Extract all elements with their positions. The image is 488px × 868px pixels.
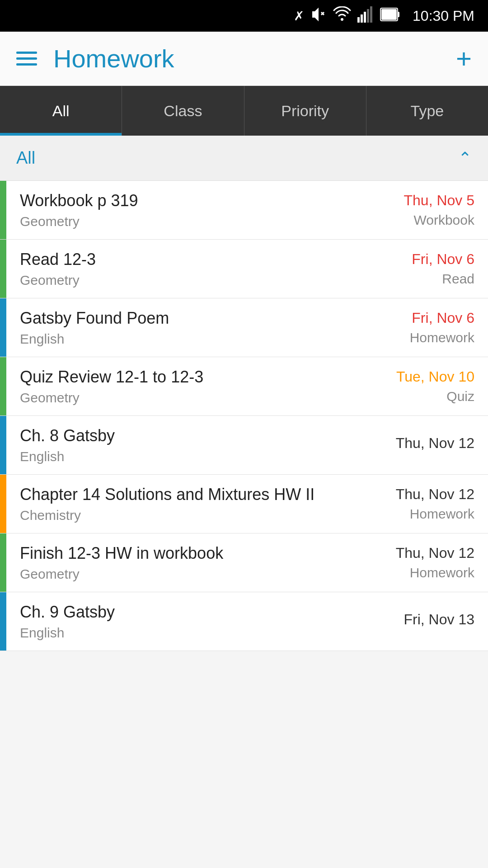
svg-rect-10: [398, 12, 399, 17]
color-bar: [0, 298, 6, 357]
svg-rect-5: [361, 14, 363, 23]
item-type: Homework: [410, 565, 474, 580]
item-title: Quiz Review 12-1 to 12-3: [20, 368, 348, 387]
section-label: All: [16, 148, 458, 168]
item-meta: Fri, Nov 13: [361, 592, 488, 651]
item-date: Thu, Nov 12: [396, 486, 474, 503]
item-title: Workbook p 319: [20, 191, 348, 210]
item-content: Ch. 8 GatsbyEnglish: [6, 416, 361, 474]
homework-item[interactable]: Finish 12-3 HW in workbookGeometryThu, N…: [0, 533, 488, 592]
item-class: English: [20, 449, 348, 464]
svg-rect-4: [357, 17, 360, 23]
chevron-up-icon: ⌃: [458, 149, 472, 168]
svg-rect-8: [370, 6, 372, 23]
item-content: Gatsby Found PoemEnglish: [6, 298, 361, 357]
homework-item[interactable]: Gatsby Found PoemEnglishFri, Nov 6Homewo…: [0, 298, 488, 357]
tab-type[interactable]: Type: [366, 86, 488, 136]
item-date: Thu, Nov 12: [396, 435, 474, 452]
item-title: Finish 12-3 HW in workbook: [20, 544, 348, 563]
item-date: Fri, Nov 6: [412, 310, 474, 326]
homework-list: Workbook p 319GeometryThu, Nov 5Workbook…: [0, 181, 488, 651]
homework-item[interactable]: Ch. 8 GatsbyEnglishThu, Nov 12: [0, 416, 488, 475]
item-type: Homework: [410, 330, 474, 345]
item-type: Homework: [410, 506, 474, 522]
svg-marker-2: [312, 8, 319, 21]
homework-item[interactable]: Chapter 14 Solutions and Mixtures HW IIC…: [0, 475, 488, 533]
item-meta: Fri, Nov 6Homework: [361, 298, 488, 357]
item-date: Thu, Nov 12: [396, 545, 474, 561]
item-class: English: [20, 625, 348, 641]
item-title: Ch. 8 Gatsby: [20, 426, 348, 445]
wifi-icon: [333, 6, 351, 26]
tab-class-label: Class: [164, 102, 202, 120]
item-content: Workbook p 319Geometry: [6, 181, 361, 239]
item-meta: Tue, Nov 10Quiz: [361, 357, 488, 415]
item-content: Read 12-3Geometry: [6, 240, 361, 298]
tab-priority-label: Priority: [281, 102, 329, 120]
item-content: Ch. 9 GatsbyEnglish: [6, 592, 361, 651]
color-bar: [0, 475, 6, 533]
item-class: English: [20, 331, 348, 347]
signal-icon: [357, 6, 374, 26]
tab-all-label: All: [52, 102, 70, 120]
color-bar: [0, 181, 6, 239]
item-meta: Thu, Nov 12Homework: [361, 533, 488, 592]
item-title: Read 12-3: [20, 250, 348, 269]
tab-priority[interactable]: Priority: [244, 86, 366, 136]
item-class: Geometry: [20, 273, 348, 288]
homework-item[interactable]: Ch. 9 GatsbyEnglishFri, Nov 13: [0, 592, 488, 651]
item-meta: Thu, Nov 5Workbook: [361, 181, 488, 239]
item-class: Geometry: [20, 214, 348, 229]
item-date: Thu, Nov 5: [404, 192, 474, 209]
item-class: Chemistry: [20, 508, 348, 523]
item-class: Geometry: [20, 390, 348, 406]
status-icons: ✗: [294, 6, 400, 26]
item-date: Tue, Nov 10: [396, 368, 474, 385]
item-meta: Fri, Nov 6Read: [361, 240, 488, 298]
app-header: Homework +: [0, 32, 488, 86]
color-bar: [0, 240, 6, 298]
item-date: Fri, Nov 6: [412, 251, 474, 268]
item-title: Ch. 9 Gatsby: [20, 603, 348, 622]
status-time: 10:30 PM: [413, 8, 474, 24]
battery-icon: [380, 8, 400, 24]
svg-rect-11: [381, 9, 397, 20]
svg-point-3: [341, 18, 343, 21]
mute-icon: [310, 6, 327, 26]
item-type: Read: [442, 271, 474, 287]
add-homework-button[interactable]: +: [456, 45, 472, 72]
homework-item[interactable]: Workbook p 319GeometryThu, Nov 5Workbook: [0, 181, 488, 240]
tab-bar: All Class Priority Type: [0, 86, 488, 136]
page-title: Homework: [53, 44, 456, 73]
color-bar: [0, 416, 6, 474]
item-meta: Thu, Nov 12: [361, 416, 488, 474]
tab-type-label: Type: [411, 102, 444, 120]
item-date: Fri, Nov 13: [404, 611, 474, 628]
svg-rect-7: [367, 9, 369, 23]
color-bar: [0, 357, 6, 415]
item-content: Chapter 14 Solutions and Mixtures HW IIC…: [6, 475, 361, 533]
item-content: Quiz Review 12-1 to 12-3Geometry: [6, 357, 361, 415]
svg-rect-6: [364, 12, 366, 23]
item-class: Geometry: [20, 566, 348, 582]
homework-item[interactable]: Read 12-3GeometryFri, Nov 6Read: [0, 240, 488, 298]
tab-class[interactable]: Class: [122, 86, 244, 136]
menu-button[interactable]: [16, 52, 37, 66]
status-bar: ✗: [0, 0, 488, 32]
color-bar: [0, 533, 6, 592]
bluetooth-icon: ✗: [294, 9, 304, 24]
item-type: Workbook: [413, 212, 474, 228]
homework-item[interactable]: Quiz Review 12-1 to 12-3GeometryTue, Nov…: [0, 357, 488, 416]
item-title: Chapter 14 Solutions and Mixtures HW II: [20, 485, 348, 504]
item-type: Quiz: [446, 389, 474, 404]
item-content: Finish 12-3 HW in workbookGeometry: [6, 533, 361, 592]
tab-all[interactable]: All: [0, 86, 122, 136]
item-title: Gatsby Found Poem: [20, 309, 348, 328]
color-bar: [0, 592, 6, 651]
section-header[interactable]: All ⌃: [0, 136, 488, 181]
item-meta: Thu, Nov 12Homework: [361, 475, 488, 533]
